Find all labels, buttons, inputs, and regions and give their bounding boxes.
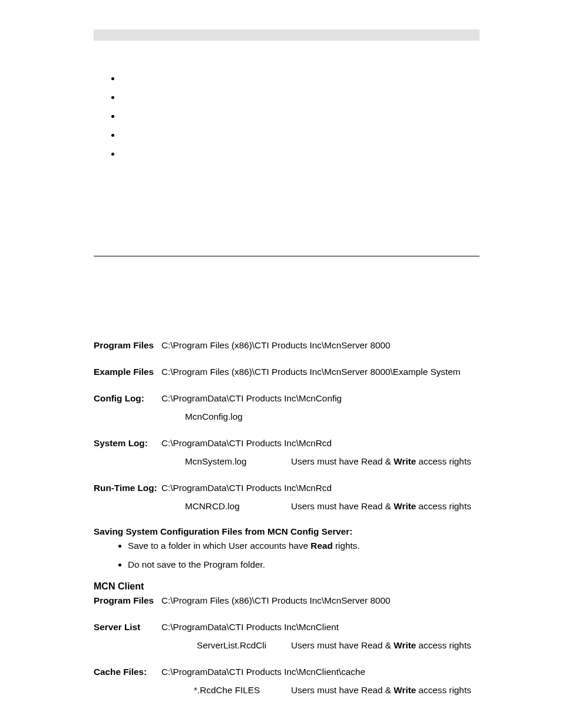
rights-note: Users must have Read & Write access righ… bbox=[291, 500, 480, 513]
row-system-log: System Log: C:\ProgramData\CTI Products … bbox=[94, 437, 480, 469]
value: C:\ProgramData\CTI Products Inc\McnRcd bbox=[161, 437, 480, 450]
label: Program Files bbox=[94, 594, 161, 608]
rights-note: Users must have Read & Write access righ… bbox=[291, 639, 480, 653]
saving-list: Save to a folder in which User accounts … bbox=[94, 539, 480, 572]
list-item bbox=[121, 149, 480, 167]
list-item bbox=[121, 111, 480, 130]
value: C:\Program Files (x86)\CTI Products Inc\… bbox=[161, 594, 480, 608]
rights-note: Users must have Read & Write access righ… bbox=[291, 684, 480, 697]
filename: *.RcdChe FILES bbox=[161, 684, 291, 697]
list-item: Do not save to the Program folder. bbox=[128, 558, 480, 572]
value: C:\ProgramData\CTI Products Inc\McnRcd bbox=[161, 482, 480, 495]
row-config-log: Config Log: C:\ProgramData\CTI Products … bbox=[94, 392, 480, 424]
value: C:\ProgramData\CTI Products Inc\McnClien… bbox=[161, 621, 480, 634]
label: Run-Time Log: bbox=[94, 482, 161, 495]
rights-note: Users must have Read & Write access righ… bbox=[291, 455, 480, 469]
mcn-client-heading: MCN Client bbox=[94, 581, 480, 592]
value: C:\ProgramData\CTI Products Inc\McnClien… bbox=[161, 666, 480, 679]
divider bbox=[94, 256, 480, 256]
list-item bbox=[121, 73, 480, 92]
label: Cache Files: bbox=[94, 666, 161, 679]
label: Example Files bbox=[94, 365, 161, 379]
list-item: Save to a folder in which User accounts … bbox=[128, 539, 480, 553]
header-bar bbox=[94, 29, 480, 41]
row-program-files: Program Files C:\Program Files (x86)\CTI… bbox=[94, 339, 480, 353]
filename: ServerList.RcdCli bbox=[161, 639, 291, 653]
saving-heading: Saving System Configuration Files from M… bbox=[94, 526, 480, 537]
top-bullet-list bbox=[94, 73, 480, 167]
list-item bbox=[121, 92, 480, 111]
filename: McnSystem.log bbox=[161, 455, 291, 469]
filename: MCNRCD.log bbox=[161, 500, 291, 513]
row-runtime-log: Run-Time Log: C:\ProgramData\CTI Product… bbox=[94, 482, 480, 513]
main-section: Program Files C:\Program Files (x86)\CTI… bbox=[94, 339, 480, 697]
label: System Log: bbox=[94, 437, 161, 450]
row-server-list: Server List C:\ProgramData\CTI Products … bbox=[94, 621, 480, 653]
label: Config Log: bbox=[94, 392, 161, 406]
label: Server List bbox=[94, 621, 161, 634]
value: C:\Program Files (x86)\CTI Products Inc\… bbox=[161, 365, 480, 379]
row-example-files: Example Files C:\Program Files (x86)\CTI… bbox=[94, 365, 480, 379]
page: Program Files C:\Program Files (x86)\CTI… bbox=[0, 0, 562, 728]
label: Program Files bbox=[94, 339, 161, 353]
value: C:\ProgramData\CTI Products Inc\McnConfi… bbox=[161, 392, 480, 406]
row-cache-files: Cache Files: C:\ProgramData\CTI Products… bbox=[94, 666, 480, 697]
list-item bbox=[121, 130, 480, 149]
row-client-program-files: Program Files C:\Program Files (x86)\CTI… bbox=[94, 594, 480, 608]
filename: McnConfig.log bbox=[161, 410, 480, 424]
value: C:\Program Files (x86)\CTI Products Inc\… bbox=[161, 339, 480, 353]
